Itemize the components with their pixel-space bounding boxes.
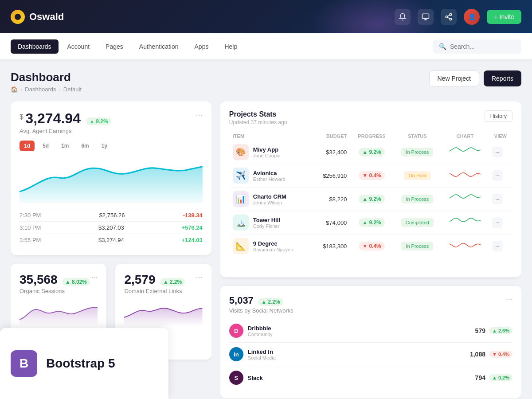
svg-point-3 — [450, 13, 452, 16]
nav-item-authentication[interactable]: Authentication — [132, 39, 186, 54]
social-icon: D — [229, 324, 243, 338]
progress-cell: ▲ 9.2% — [350, 211, 393, 235]
val-1: $2,756.26 — [99, 212, 125, 219]
invite-button[interactable]: + Invite — [487, 10, 521, 24]
earnings-table: 2:30 PM $2,756.26 -139.34 3:10 PM $3,207… — [20, 209, 203, 246]
social-info: Dribbble Community — [248, 325, 475, 337]
reports-button[interactable]: Reports — [484, 70, 521, 86]
project-item-cell: ✈️ Avionica Esther Howard — [229, 164, 312, 188]
card-menu-button[interactable]: ··· — [196, 110, 203, 134]
social-name: Linked In — [248, 348, 470, 355]
breadcrumb-dashboards[interactable]: Dashboards — [25, 86, 56, 93]
social-icon: S — [229, 371, 243, 385]
view-cell[interactable]: → — [489, 211, 512, 235]
user-avatar[interactable]: 👤 — [464, 9, 480, 25]
status-cell: On Hold — [393, 164, 442, 188]
view-button[interactable]: → — [492, 241, 503, 251]
links-badge: ▲ 2.2% — [160, 278, 185, 286]
sessions-value: 35,568 — [20, 273, 58, 286]
social-menu[interactable]: ··· — [506, 295, 512, 314]
view-button[interactable]: → — [492, 147, 503, 157]
progress-cell: ▲ 9.2% — [350, 141, 393, 164]
home-icon: 🏠 — [11, 86, 18, 93]
nav-item-help[interactable]: Help — [217, 39, 244, 54]
social-type: Social Media — [248, 355, 470, 360]
view-button[interactable]: → — [492, 217, 503, 228]
right-column: Projects Stats Updated 37 minutes ago Hi… — [220, 102, 521, 398]
page-header: Dashboard 🏠 › Dashboards › Default New P… — [11, 70, 521, 93]
project-item-cell: 🎨 Mivy App Jane Cooper — [229, 141, 312, 164]
view-button[interactable]: → — [492, 170, 503, 181]
share-icon[interactable] — [441, 9, 457, 25]
notification-icon[interactable] — [395, 9, 411, 25]
chart-cell — [442, 164, 489, 188]
search-icon: 🔍 — [439, 43, 446, 50]
up-arrow: ▲ — [89, 118, 94, 125]
social-label: Visits by Social Networks — [229, 307, 293, 314]
view-cell[interactable]: → — [489, 235, 512, 258]
chart-cell — [442, 188, 489, 211]
bootstrap-logo: B — [11, 350, 37, 377]
project-item-cell: 🏔️ Tower Hill Cody Fisher — [229, 211, 312, 235]
social-item: in Linked In Social Media 1,088 ▼ 0.4% — [229, 343, 512, 366]
status-cell: In Process — [393, 188, 442, 211]
nav-item-account[interactable]: Account — [60, 39, 97, 54]
social-count: 794 — [475, 374, 485, 381]
social-info: Slack — [248, 375, 475, 381]
col-progress: PROGRESS — [350, 132, 393, 141]
chart-cell — [442, 141, 489, 164]
earnings-chart — [20, 158, 203, 203]
projects-card-header: Projects Stats Updated 37 minutes ago Hi… — [229, 110, 512, 125]
header-actions: 👤 + Invite — [395, 9, 521, 25]
nav-item-apps[interactable]: Apps — [188, 39, 216, 54]
budget-cell: $8,220 — [312, 188, 350, 211]
time-tab-1d[interactable]: 1d — [20, 141, 35, 151]
earnings-card: $ 3,274.94 ▲ 9.2% Avg. Agent Earnings ··… — [11, 102, 211, 255]
view-cell[interactable]: → — [489, 164, 512, 188]
time-2: 3:10 PM — [20, 224, 41, 231]
budget-cell: $256,910 — [312, 164, 350, 188]
time-tab-1m[interactable]: 1m — [57, 141, 73, 151]
status-cell: In Process — [393, 141, 442, 164]
sessions-label: Organic Sessions — [20, 288, 90, 294]
progress-cell: ▼ 0.4% — [350, 164, 393, 188]
svg-line-6 — [448, 17, 450, 19]
breadcrumb-default[interactable]: Default — [63, 86, 82, 93]
projects-stats-card: Projects Stats Updated 37 minutes ago Hi… — [220, 102, 521, 277]
page-title-area: Dashboard 🏠 › Dashboards › Default — [11, 70, 82, 93]
currency-symbol: $ — [20, 113, 23, 121]
earnings-label: Avg. Agent Earnings — [20, 128, 111, 134]
view-cell[interactable]: → — [489, 188, 512, 211]
svg-point-5 — [450, 18, 452, 20]
view-button[interactable]: → — [492, 194, 503, 204]
view-cell[interactable]: → — [489, 141, 512, 164]
monitor-icon[interactable] — [418, 9, 434, 25]
nav-item-pages[interactable]: Pages — [98, 39, 130, 54]
svg-rect-0 — [422, 14, 429, 19]
links-menu[interactable]: ··· — [196, 273, 203, 294]
new-project-button[interactable]: New Project — [429, 70, 479, 86]
sessions-menu[interactable]: ··· — [91, 273, 98, 294]
page-title: Dashboard — [11, 70, 82, 84]
change-1: -139.34 — [183, 212, 203, 219]
progress-cell: ▲ 9.2% — [350, 188, 393, 211]
time-tab-6m[interactable]: 6m — [77, 141, 93, 151]
budget-cell: $74,000 — [312, 211, 350, 235]
table-row: 🎨 Mivy App Jane Cooper $32,400 ▲ 9.2% In… — [229, 141, 512, 164]
time-tab-5d[interactable]: 5d — [38, 141, 53, 151]
history-button[interactable]: History — [485, 110, 512, 122]
projects-card-subtitle: Updated 37 minutes ago — [229, 119, 287, 125]
table-row: 📐 9 Degree Savannah Nguyen $183,300 ▼ 0.… — [229, 235, 512, 258]
nav-bar: Dashboards Account Pages Authentication … — [0, 33, 532, 60]
sessions-header: 35,568 ▲ 8.02% Organic Sessions — [20, 273, 90, 294]
change-3: +124.03 — [181, 237, 202, 243]
time-tab-1y[interactable]: 1y — [97, 141, 112, 151]
nav-item-dashboards[interactable]: Dashboards — [11, 39, 59, 54]
status-cell: Complated — [393, 211, 442, 235]
social-badge: ▲ 0.2% — [489, 374, 512, 381]
app-name: Oswald — [29, 11, 64, 23]
time-tabs: 1d 5d 1m 6m 1y — [20, 141, 203, 151]
social-count: 1,088 — [470, 351, 485, 358]
search-input[interactable] — [450, 43, 515, 50]
svg-line-7 — [448, 15, 450, 16]
